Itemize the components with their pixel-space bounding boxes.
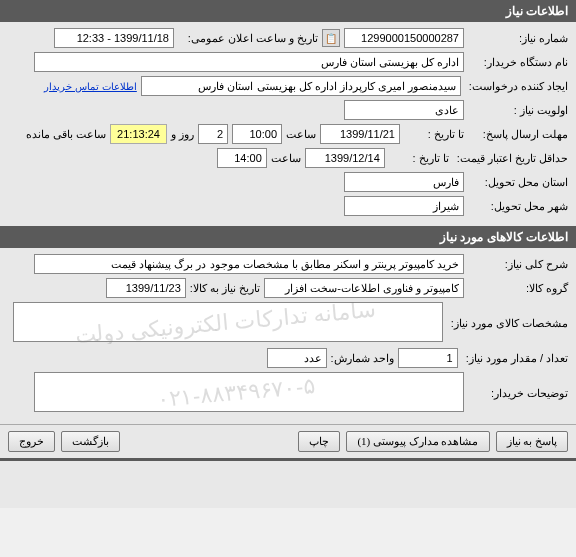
- city-input[interactable]: [344, 196, 464, 216]
- request-number-input[interactable]: [344, 28, 464, 48]
- to-date-label-2: تا تاریخ :: [389, 152, 449, 165]
- creator-label: ایجاد کننده درخواست:: [465, 80, 568, 93]
- time-label-1: ساعت: [286, 128, 316, 141]
- exit-button[interactable]: خروج: [8, 431, 55, 452]
- need-date-input[interactable]: [106, 278, 186, 298]
- desc-label: شرح کلی نیاز:: [468, 258, 568, 271]
- group-label: گروه کالا:: [468, 282, 568, 295]
- back-button[interactable]: بازگشت: [61, 431, 120, 452]
- priority-input[interactable]: [344, 100, 464, 120]
- min-valid-label: حداقل تاریخ اعتبار قیمت:: [453, 152, 568, 165]
- to-time-input[interactable]: [232, 124, 282, 144]
- buyer-contact-link[interactable]: اطلاعات تماس خریدار: [44, 81, 137, 92]
- to-date-input[interactable]: [320, 124, 400, 144]
- request-number-label: شماره نیاز:: [468, 32, 568, 45]
- buyer-note-textarea[interactable]: [34, 372, 464, 412]
- section-need-info-body: شماره نیاز: 📋 تاریخ و ساعت اعلان عمومی: …: [0, 22, 576, 226]
- unit-label: واحد شمارش:: [331, 352, 394, 365]
- province-input[interactable]: [344, 172, 464, 192]
- buyer-note-label: توضیحات خریدار:: [468, 387, 568, 400]
- desc-input[interactable]: [34, 254, 464, 274]
- deadline-label: مهلت ارسال پاسخ:: [468, 128, 568, 141]
- unit-input[interactable]: [267, 348, 327, 368]
- remaining-label: ساعت باقی مانده: [26, 128, 106, 141]
- need-date-label: تاریخ نیاز به کالا:: [190, 282, 260, 295]
- print-button[interactable]: چاپ: [298, 431, 340, 452]
- to-date-label: تا تاریخ :: [404, 128, 464, 141]
- empty-bottom-section: [0, 458, 576, 508]
- section-goods-info-body: شرح کلی نیاز: گروه کالا: تاریخ نیاز به ک…: [0, 248, 576, 424]
- days-input[interactable]: [198, 124, 228, 144]
- days-label: روز و: [171, 128, 194, 141]
- spec-textarea[interactable]: [13, 302, 443, 342]
- spec-label: مشخصات کالای مورد نیاز:: [447, 317, 568, 330]
- announce-datetime-input[interactable]: [54, 28, 174, 48]
- section-need-info-header: اطلاعات نیاز: [0, 0, 576, 22]
- buyer-org-input[interactable]: [34, 52, 464, 72]
- reply-button[interactable]: پاسخ به نیاز: [496, 431, 569, 452]
- copy-icon[interactable]: 📋: [322, 29, 340, 47]
- announce-datetime-label: تاریخ و ساعت اعلان عمومی:: [178, 32, 318, 45]
- time-label-2: ساعت: [271, 152, 301, 165]
- province-label: استان محل تحویل:: [468, 176, 568, 189]
- qty-input[interactable]: [398, 348, 458, 368]
- qty-label: تعداد / مقدار مورد نیاز:: [462, 352, 568, 365]
- city-label: شهر محل تحویل:: [468, 200, 568, 213]
- buyer-org-label: نام دستگاه خریدار:: [468, 56, 568, 69]
- remaining-time-box: 21:13:24: [110, 124, 167, 144]
- min-valid-time-input[interactable]: [217, 148, 267, 168]
- section-goods-info-header: اطلاعات کالاهای مورد نیاز: [0, 226, 576, 248]
- min-valid-date-input[interactable]: [305, 148, 385, 168]
- attachments-button[interactable]: مشاهده مدارک پیوستی (1): [346, 431, 489, 452]
- group-input[interactable]: [264, 278, 464, 298]
- priority-label: اولویت نیاز :: [468, 104, 568, 117]
- action-buttons-row: پاسخ به نیاز مشاهده مدارک پیوستی (1) چاپ…: [0, 424, 576, 458]
- creator-input[interactable]: [141, 76, 461, 96]
